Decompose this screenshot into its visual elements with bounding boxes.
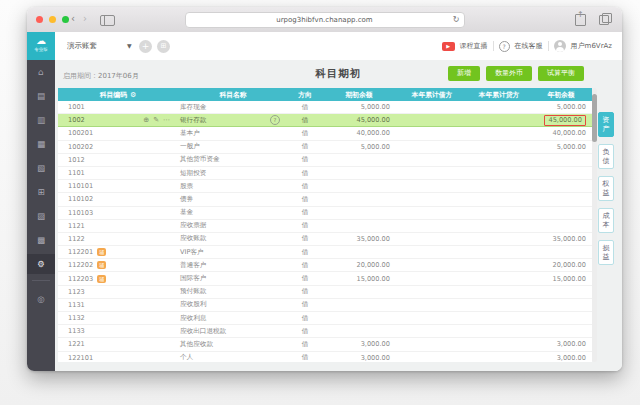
table-row[interactable]: 100202一般户借5,000.005,000.00 [58,141,592,154]
cell-opening-balance[interactable]: 20,000.00 [322,261,396,269]
address-bar[interactable]: urpog3hibfvn.chanapp.com ↻ [185,12,465,28]
sidebar-item-home[interactable]: ⌂ [27,60,55,84]
cell-year-begin-balance[interactable]: 3,000.00 [530,340,592,348]
sidebar-item-settings[interactable]: ⚙ [27,254,55,274]
table-row[interactable]: 110103基金借 [58,207,592,220]
new-button[interactable]: 新增 [448,66,480,81]
tab-char: 益 [599,253,613,262]
cell-opening-balance[interactable]: 5,000.00 [322,103,396,111]
sidebar-item-salary[interactable]: ▨ [27,204,55,228]
account-code: 100201 [68,129,93,137]
share-icon[interactable] [575,14,586,26]
username-label[interactable]: 用户m6VrAz [571,41,612,51]
reload-icon[interactable]: ↻ [453,13,460,27]
cell-year-begin-balance[interactable]: 40,000.00 [530,129,592,137]
cell-name: 短期投资 [178,169,288,178]
zoom-window-button[interactable] [62,16,69,23]
cell-code: 112201辅 [58,248,178,256]
add-button[interactable]: + [139,40,152,53]
tab-char: 权 [599,180,613,189]
edition-label: 专业版 [27,47,55,53]
close-window-button[interactable] [36,16,43,23]
sidebar-item-invoice[interactable]: ⊞ [27,180,55,204]
account-name: 应收利息 [180,314,206,323]
cell-opening-balance[interactable]: 45,000.00 [322,116,396,124]
avatar[interactable] [554,40,566,52]
cell-opening-balance[interactable]: 3,000.00 [322,340,396,348]
cell-opening-balance[interactable]: 5,000.00 [322,143,396,151]
cell-code: 122101 [58,354,178,362]
account-name: 应收账款 [180,234,206,243]
sidebar-item-funds[interactable]: ▧ [27,156,55,180]
table-row[interactable]: 110102债券借 [58,193,592,206]
table-row[interactable]: 122101个人借3,000.003,000.00 [58,352,592,362]
cell-year-begin-balance[interactable]: 15,000.00 [530,275,592,283]
tab-char: 资 [599,116,613,125]
forward-button[interactable]: › [83,13,87,25]
sidebar-toggle-icon[interactable] [100,15,115,26]
cell-year-begin-balance[interactable]: 5,000.00 [530,143,592,151]
tab-char: 本 [599,221,613,230]
support-link[interactable]: 在线客服 [515,41,543,51]
cell-year-begin-balance[interactable]: 35,000.00 [530,235,592,243]
cell-year-begin-balance[interactable]: 5,000.00 [530,103,592,111]
cell-year-begin-balance[interactable]: 3,000.00 [530,354,592,362]
tab-资产[interactable]: 资产 [598,112,614,137]
tab-损益[interactable]: 损益 [598,240,614,265]
table-row[interactable]: 100201基本户借40,000.0040,000.00 [58,127,592,140]
qty-currency-button[interactable]: 数量外币 [486,66,532,81]
account-set-dropdown[interactable]: 演示账套 [67,32,97,60]
edit-icon[interactable]: ✎ [153,116,159,124]
column-settings-icon[interactable]: ⚙ [130,91,136,99]
cell-opening-balance[interactable]: 35,000.00 [322,235,396,243]
help-icon[interactable]: ? [270,115,280,125]
apps-grid-button[interactable]: ⊞ [157,40,170,53]
account-name: 预付账款 [180,287,206,296]
table-row[interactable]: 110101股票借 [58,180,592,193]
table-row[interactable]: 112201辅VIP客户借 [58,246,592,259]
sidebar-item-fixed-assets[interactable]: ▩ [27,228,55,252]
show-tabs-icon[interactable] [599,15,609,25]
table-row[interactable]: 1221其他应收款借3,000.003,000.00 [58,338,592,351]
app-sidebar: ☁ 专业版 ⌂▤▥▦▧⊞▨▩⚙◎ [27,32,55,371]
table-row[interactable]: 1101短期投资借 [58,167,592,180]
minimize-window-button[interactable] [49,16,56,23]
scrollbar-track[interactable] [592,88,597,362]
table-row[interactable]: 1132应收利息借 [58,312,592,325]
account-code: 110103 [68,209,93,217]
table-row[interactable]: 1012其他货币资金借 [58,154,592,167]
trial-balance-button[interactable]: 试算平衡 [538,66,584,81]
scrollbar-thumb[interactable] [592,94,597,142]
app-logo[interactable]: ☁ 专业版 [27,32,55,60]
table-row[interactable]: 112202辅普通客户借20,000.0020,000.00 [58,259,592,272]
cell-opening-balance[interactable]: 15,000.00 [322,275,396,283]
table-row[interactable]: 1123预付账款借 [58,286,592,299]
cell-code: 110102 [58,195,178,203]
table-row[interactable]: 1121应收票据借 [58,220,592,233]
account-name: 应收出口退税款 [180,327,226,336]
sidebar-item-report[interactable]: ▦ [27,132,55,156]
tab-权益[interactable]: 权益 [598,176,614,201]
add-sub-account-icon[interactable]: ⊕ [143,116,149,124]
cell-year-begin-balance[interactable]: 20,000.00 [530,261,592,269]
table-row[interactable]: 1131应收股利借 [58,299,592,312]
cell-year-begin-balance[interactable]: 45,000.00 [530,115,592,126]
back-button[interactable]: ‹ [71,13,75,25]
more-icon[interactable]: ⋯ [163,116,170,124]
live-link[interactable]: 课程直播 [460,41,488,51]
table-row[interactable]: 112203辅国际客户借15,000.0015,000.00 [58,272,592,285]
table-row[interactable]: 1002⊕✎⋯银行存款?借45,000.0045,000.00 [58,114,592,127]
cell-opening-balance[interactable]: 40,000.00 [322,129,396,137]
cell-opening-balance[interactable]: 3,000.00 [322,354,396,362]
sidebar-item-ledger[interactable]: ▥ [27,108,55,132]
chevron-down-icon[interactable]: ▼ [127,32,132,60]
sidebar-item-voucher[interactable]: ▤ [27,84,55,108]
account-code: 1001 [68,103,85,111]
tab-成本[interactable]: 成本 [598,208,614,233]
tab-负债[interactable]: 负债 [598,144,614,169]
table-row[interactable]: 1133应收出口退税款借 [58,325,592,338]
table-row[interactable]: 1001库存现金借5,000.005,000.00 [58,101,592,114]
sidebar-item-promo[interactable]: ◎ [27,287,55,311]
cell-name: 银行存款? [178,115,288,125]
table-row[interactable]: 1122应收账款借35,000.0035,000.00 [58,233,592,246]
